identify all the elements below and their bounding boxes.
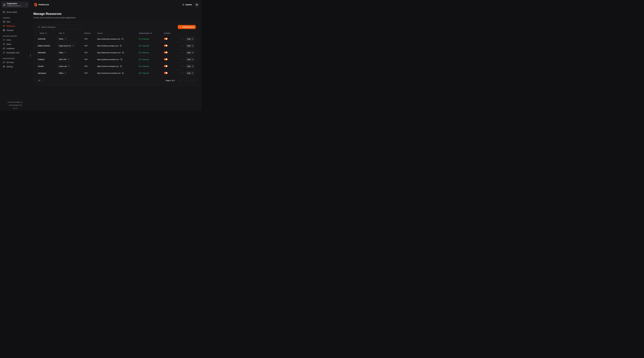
site-link[interactable]: Home Lab xyxy=(57,65,71,68)
sidebar-item-resources[interactable]: Resources xyxy=(2,24,28,28)
row-menu-button[interactable] xyxy=(181,65,184,68)
auth-status-badge: Protected xyxy=(139,65,164,67)
page-head: Manage Resources Create secure proxies t… xyxy=(33,12,199,19)
copy-url-button[interactable] xyxy=(120,59,122,60)
column-header-name[interactable]: Name xyxy=(38,32,57,34)
documentation-link[interactable]: Documentation xyxy=(9,104,22,106)
row-menu-button[interactable] xyxy=(181,72,184,74)
resource-url: https://battery.example.com xyxy=(97,45,118,47)
avatar[interactable]: M xyxy=(195,3,199,7)
pangolin-logo xyxy=(33,3,37,7)
copy-url-button[interactable] xyxy=(122,38,124,40)
auth-status-badge: Protected xyxy=(139,45,164,47)
site-link[interactable]: Office xyxy=(57,51,68,55)
row-menu-button[interactable] xyxy=(181,58,184,61)
sidebar-item-api-keys[interactable]: API Keys xyxy=(2,60,28,64)
table-row: Battery Monitor Edge Device 01 TCP https… xyxy=(36,42,196,49)
chevrons-up-down-icon xyxy=(25,4,27,6)
resources-card: Add Resource Name Site Protocol Access A… xyxy=(33,22,199,86)
enabled-toggle[interactable] xyxy=(164,38,168,40)
gear-icon xyxy=(3,66,5,68)
column-header-authentication[interactable]: Authentication xyxy=(139,32,164,34)
waypoints-icon xyxy=(3,25,5,27)
site-link[interactable]: AWS VPC xyxy=(57,58,71,61)
site-link[interactable]: Office xyxy=(57,71,68,75)
resource-protocol: TCP xyxy=(84,52,97,54)
sidebar-item-users[interactable]: Users xyxy=(2,38,28,42)
page-title: Manage Resources xyxy=(33,12,199,16)
shield-check-icon xyxy=(139,59,141,61)
column-header-site[interactable]: Site xyxy=(57,32,84,34)
next-page-button[interactable] xyxy=(188,79,191,82)
sidebar-item-label: Domains xyxy=(6,29,14,31)
sidebar-item-shareable-links[interactable]: Shareable Links xyxy=(2,51,28,55)
sidebar-item-roles[interactable]: Roles xyxy=(2,42,28,46)
row-menu-button[interactable] xyxy=(181,38,184,40)
external-link-icon xyxy=(21,101,23,103)
row-menu-button[interactable] xyxy=(181,52,184,54)
sidebar-item-label: Invitations xyxy=(6,48,14,50)
resource-protocol: TCP xyxy=(84,65,97,67)
edit-button[interactable]: Edit xyxy=(186,71,195,75)
site-link[interactable]: Edge Device 01 xyxy=(57,44,76,48)
copy-url-button[interactable] xyxy=(120,45,122,47)
resource-name: Grafana xyxy=(38,58,57,61)
enabled-toggle[interactable] xyxy=(164,72,168,74)
book-open-icon xyxy=(20,104,22,106)
add-resource-button[interactable]: Add Resource xyxy=(178,25,196,29)
users-icon xyxy=(3,43,5,45)
sidebar-item-invitations[interactable]: Invitations xyxy=(2,46,28,50)
sidebar-item-settings[interactable]: Settings xyxy=(2,65,28,69)
copy-url-button[interactable] xyxy=(122,52,124,54)
brand-home-link[interactable]: PANGOLIN xyxy=(33,3,49,7)
prev-page-button[interactable] xyxy=(183,79,186,82)
search-input[interactable] xyxy=(41,26,81,28)
topbar: PANGOLIN System M xyxy=(33,0,199,9)
resource-protocol: TCP xyxy=(84,45,97,47)
row-menu-button[interactable] xyxy=(181,45,184,47)
search-icon xyxy=(38,26,40,28)
chevrons-left-icon xyxy=(179,80,181,82)
theme-toggle[interactable]: System xyxy=(182,4,192,6)
enabled-toggle[interactable] xyxy=(164,58,168,60)
copy-url-button[interactable] xyxy=(120,65,122,67)
sidebar-item-server-admin[interactable]: Server Admin xyxy=(2,10,28,14)
copy-url-button[interactable] xyxy=(122,72,124,74)
resource-url: https://immich.example.com xyxy=(97,65,118,67)
brand-name: PANGOLIN xyxy=(38,4,49,6)
site-link[interactable]: Office xyxy=(57,37,68,41)
auth-status-badge: Protected xyxy=(139,72,164,74)
sidebar-item-sites[interactable]: Sites xyxy=(2,20,28,24)
arrow-up-right-icon xyxy=(68,59,70,60)
resource-protocol: TCP xyxy=(84,72,97,74)
edit-button[interactable]: Edit xyxy=(186,37,195,41)
shield-check-icon xyxy=(139,72,141,74)
enabled-toggle[interactable] xyxy=(164,65,168,67)
resource-url: https://bitwarden.example.com xyxy=(97,52,121,54)
sidebar-item-label: Resources xyxy=(6,25,15,27)
page-size-select[interactable]: 20 xyxy=(36,79,45,83)
chevron-down-icon xyxy=(42,80,43,81)
first-page-button[interactable] xyxy=(178,79,182,82)
enabled-toggle[interactable] xyxy=(164,45,168,47)
table-row: Bitwarden Office TCP https://bitwarden.e… xyxy=(36,49,196,56)
org-switcher[interactable]: Organization milo@fossorial.io's ... xyxy=(2,2,28,8)
sidebar: Organization milo@fossorial.io's ... Ser… xyxy=(0,0,30,111)
last-page-button[interactable] xyxy=(192,79,196,82)
enabled-toggle[interactable] xyxy=(164,52,168,54)
arrow-up-right-icon xyxy=(68,66,70,67)
sidebar-item-label: Server Admin xyxy=(6,11,17,13)
table-row: Immich Home Lab TCP https://immich.examp… xyxy=(36,63,196,70)
edit-button[interactable]: Edit xyxy=(186,65,195,68)
resource-url: https://grafana.example.com xyxy=(97,59,119,61)
arrow-right-icon xyxy=(192,52,193,54)
edit-button[interactable]: Edit xyxy=(186,44,195,48)
search-box xyxy=(36,25,82,29)
edit-button[interactable]: Edit xyxy=(186,51,195,55)
sidebar-item-domains[interactable]: Domains xyxy=(2,28,28,32)
edit-button[interactable]: Edit xyxy=(186,58,195,61)
server-icon xyxy=(3,11,5,13)
sidebar-resize-handle[interactable] xyxy=(30,55,31,57)
table-footer: 20 Page 1 of 1 xyxy=(36,79,196,83)
community-edition-link[interactable]: Community Edition xyxy=(8,101,23,103)
